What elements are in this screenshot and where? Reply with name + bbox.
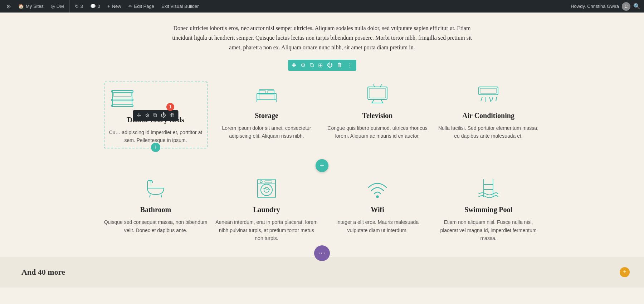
svg-line-29 <box>496 97 497 101</box>
comments-menu-2[interactable]: 💬 0 <box>87 0 103 13</box>
divi-icon: ◎ <box>51 4 55 9</box>
comments-menu[interactable]: ↻ 3 <box>72 0 86 13</box>
svg-line-18 <box>381 99 383 103</box>
refresh-icon: ↻ <box>75 4 79 9</box>
svg-rect-4 <box>113 101 132 105</box>
feature-swimming-pool: Swimming Pool Etiam non aliquam nisl. Fu… <box>436 176 540 242</box>
separator-1 <box>69 0 70 13</box>
laundry-icon <box>252 176 281 201</box>
intro-text-section: Donec ultricies lobortis eros, nec aucto… <box>161 13 483 56</box>
svg-line-27 <box>489 97 491 102</box>
bathroom-icon <box>141 176 170 201</box>
ctx-toggle-icon[interactable]: ⏻ <box>161 112 166 118</box>
feature-desc-laundry: Aenean interdum, erat in porta placerat,… <box>215 218 318 242</box>
my-sites-menu[interactable]: 🏠 My Sites <box>15 0 47 13</box>
three-dots-button[interactable]: ··· <box>314 245 330 261</box>
feature-desc-television: Congue quis libero euismod, ultrices rho… <box>326 124 429 140</box>
svg-line-17 <box>372 99 374 103</box>
topbar-right: Howdy, Christina Gwira C 🔍 <box>571 2 640 11</box>
feature-storage: Storage Lorem ipsum dolor sit amet, cons… <box>215 82 318 149</box>
toolbar-duplicate-icon[interactable]: ⧉ <box>310 62 314 68</box>
feature-desc-air-conditioning: Nulla facilisi. Sed porttitor elementum … <box>436 124 540 140</box>
ctx-delete-icon[interactable]: 🗑 <box>170 112 175 118</box>
svg-rect-7 <box>113 93 131 97</box>
toolbar-settings-icon[interactable]: ⚙ <box>301 62 306 69</box>
feature-double-story-beds: Double Story Beds Cu… adipiscing id impe… <box>104 82 208 149</box>
feature-title-television: Television <box>362 112 393 120</box>
svg-rect-14 <box>259 90 265 93</box>
svg-rect-20 <box>369 88 386 98</box>
feature-desc-bathroom: Quisque sed consequat massa, non bibendu… <box>104 218 208 234</box>
svg-line-32 <box>161 195 162 197</box>
swimming-pool-icon <box>474 176 503 201</box>
svg-line-21 <box>373 84 375 87</box>
svg-rect-3 <box>113 92 132 99</box>
feature-bathroom: Bathroom Quisque sed consequat massa, no… <box>104 176 208 242</box>
wifi-icon <box>363 176 392 201</box>
feature-title-swimming-pool: Swimming Pool <box>464 206 512 214</box>
svg-point-42 <box>376 196 379 198</box>
new-label: New <box>112 4 121 9</box>
bunk-bed-icon <box>108 86 137 111</box>
user-greeting: Howdy, Christina Gwira <box>571 4 619 9</box>
svg-rect-23 <box>479 87 498 95</box>
edit-page-button[interactable]: ✏ Edit Page <box>126 0 157 13</box>
toolbar-grid-icon[interactable]: ⊞ <box>318 62 323 69</box>
feature-wifi: Wifi Integer a elit eros. Mauris malesua… <box>326 176 429 242</box>
user-avatar[interactable]: C <box>622 2 630 11</box>
ctx-settings-icon[interactable]: ⚙ <box>145 112 150 119</box>
feature-title-laundry: Laundry <box>253 206 280 214</box>
divi-menu[interactable]: ◎ Divi <box>48 0 67 13</box>
feature-television: Television Congue quis libero euismod, u… <box>326 82 429 149</box>
search-icon[interactable]: 🔍 <box>633 3 640 10</box>
edit-icon: ✏ <box>128 4 132 9</box>
toolbar-toggle-icon[interactable]: ⏻ <box>327 62 333 68</box>
air-conditioning-icon <box>474 82 503 107</box>
bottom-add-button[interactable]: + <box>620 267 630 277</box>
ctx-move-icon[interactable]: ✛ <box>137 112 141 119</box>
admin-toolbar: ⊛ 🏠 My Sites ◎ Divi ↻ 3 💬 0 + New ✏ Edit… <box>0 0 644 13</box>
toolbar-more-icon[interactable]: ⋮ <box>347 62 353 69</box>
bottom-section: And 40 more + <box>0 257 644 288</box>
module-add-button[interactable]: + <box>151 143 160 152</box>
features-row-2: Bathroom Quisque sed consequat massa, no… <box>89 176 555 242</box>
television-icon <box>363 82 392 107</box>
features-row-1: Double Story Beds Cu… adipiscing id impe… <box>89 82 555 149</box>
svg-line-22 <box>380 84 382 87</box>
svg-rect-16 <box>368 87 387 99</box>
svg-point-37 <box>261 184 272 196</box>
svg-line-28 <box>492 97 493 101</box>
svg-point-40 <box>260 181 262 183</box>
feature-desc-wifi: Integer a elit eros. Mauris malesuada vu… <box>326 218 429 234</box>
feature-desc-swimming-pool: Etiam non aliquam nisl. Fusce nulla nisl… <box>436 218 540 242</box>
ctx-duplicate-icon[interactable]: ⧉ <box>153 112 157 118</box>
add-row-between: + <box>0 159 644 172</box>
divi-label: Divi <box>57 4 64 9</box>
context-badge: 1 <box>166 103 174 111</box>
toolbar-delete-icon[interactable]: 🗑 <box>337 62 343 68</box>
toolbar-add-icon[interactable]: ✚ <box>292 62 296 69</box>
section-toolbar: ✚ ⚙ ⧉ ⊞ ⏻ 🗑 ⋮ <box>288 60 356 71</box>
feature-title-bathroom: Bathroom <box>140 206 171 214</box>
section-toolbar-container: ✚ ⚙ ⧉ ⊞ ⏻ 🗑 ⋮ <box>0 60 644 71</box>
exit-builder-label: Exit Visual Builder <box>161 4 199 9</box>
feature-title-air-conditioning: Air Conditioning <box>462 112 514 120</box>
module-context-toolbar: ✛ ⚙ ⧉ ⏻ 🗑 <box>133 110 179 121</box>
svg-line-25 <box>481 97 482 101</box>
bottom-section-title: And 40 more <box>21 268 65 277</box>
exit-builder-button[interactable]: Exit Visual Builder <box>158 0 202 13</box>
comments-count-2: 0 <box>98 4 100 9</box>
wordpress-logo[interactable]: ⊛ <box>4 0 14 13</box>
comment-icon: 💬 <box>90 4 96 9</box>
edit-page-label: Edit Page <box>134 4 154 9</box>
feature-title-wifi: Wifi <box>371 206 384 214</box>
svg-rect-41 <box>265 181 272 183</box>
svg-rect-24 <box>480 88 497 93</box>
svg-rect-15 <box>268 90 274 93</box>
sites-icon: 🏠 <box>18 4 24 9</box>
plus-icon: + <box>107 4 110 9</box>
new-menu[interactable]: + New <box>104 0 124 13</box>
add-row-button[interactable]: + <box>316 159 328 172</box>
feature-desc-double-story-beds: Cu… adipiscing id imperdiet et, porttito… <box>108 128 203 144</box>
wordpress-icon: ⊛ <box>6 3 11 10</box>
